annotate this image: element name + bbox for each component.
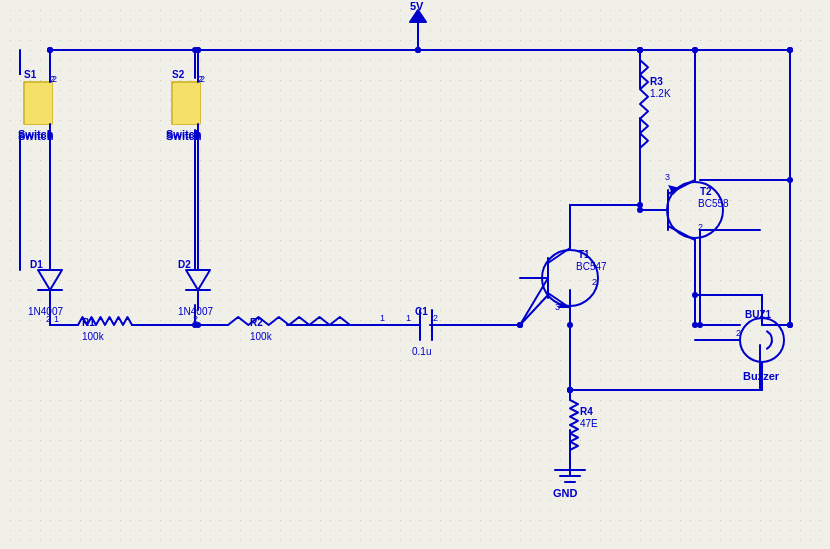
- schematic-canvas: [0, 0, 830, 549]
- switch-s1-label: Switch: [18, 128, 53, 140]
- switch-s2-label: Switch: [166, 128, 201, 140]
